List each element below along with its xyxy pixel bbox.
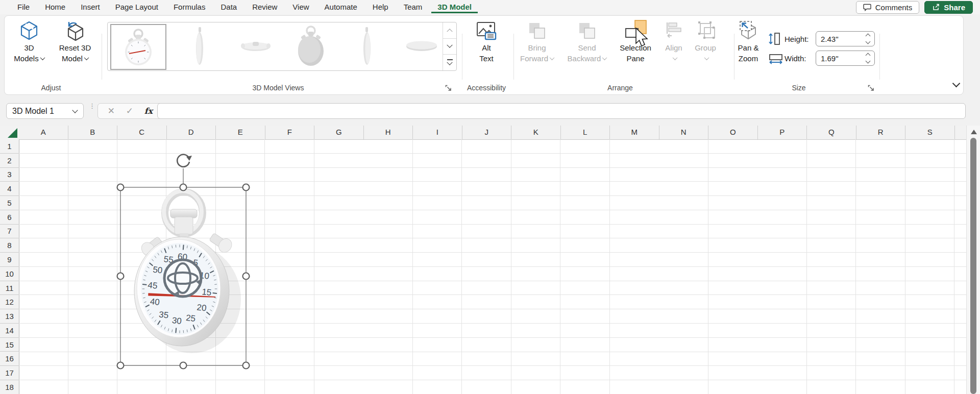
row-header[interactable]: 9 <box>0 253 19 267</box>
svg-text:20: 20 <box>197 303 207 313</box>
column-header[interactable]: B <box>68 126 118 139</box>
svg-text:40: 40 <box>150 297 160 307</box>
views-group-label: 3D Model Views <box>235 84 322 92</box>
views-dialog-launcher[interactable] <box>445 84 452 91</box>
column-header[interactable]: Q <box>807 126 856 139</box>
row-header[interactable]: 17 <box>0 366 19 380</box>
column-header-partial[interactable] <box>955 126 966 139</box>
column-header[interactable]: D <box>167 126 216 139</box>
formula-bar-strip: 3D Model 1 ⋮ ✕ ✓ fx <box>0 97 980 126</box>
row-header[interactable]: 3 <box>0 168 19 182</box>
chevron-down-icon[interactable] <box>72 107 78 113</box>
cancel-button[interactable]: ✕ <box>108 106 115 116</box>
gallery-scroll-down-button[interactable] <box>443 39 456 55</box>
ribbon-tab[interactable]: Review <box>246 1 283 13</box>
column-header[interactable]: A <box>19 126 68 139</box>
column-header[interactable]: K <box>511 126 561 139</box>
column-header[interactable]: R <box>856 126 906 139</box>
column-header[interactable]: H <box>364 126 413 139</box>
ribbon-tab[interactable]: Automate <box>318 1 363 13</box>
column-header[interactable]: J <box>462 126 512 139</box>
row-header[interactable]: 16 <box>0 352 19 366</box>
ribbon-tab[interactable]: Data <box>214 1 243 13</box>
column-header[interactable]: S <box>905 126 955 139</box>
gallery-thumb-back[interactable] <box>290 22 331 69</box>
row-header[interactable]: 5 <box>0 196 19 210</box>
spinner-up-icon[interactable] <box>866 34 871 39</box>
row-header[interactable]: 2 <box>0 154 19 168</box>
row-header[interactable]: 4 <box>0 182 19 196</box>
svg-text:25: 25 <box>185 313 196 324</box>
ribbon-tab[interactable]: 3D Model <box>431 1 478 13</box>
gallery-thumb-flat-edge[interactable] <box>401 22 442 69</box>
stopwatch-front-thumb-icon <box>122 27 155 67</box>
scroll-up-arrow-icon[interactable] <box>971 130 977 134</box>
column-header[interactable]: N <box>659 126 709 139</box>
share-button[interactable]: Share <box>924 1 973 14</box>
share-icon <box>932 3 940 11</box>
name-box[interactable]: 3D Model 1 <box>6 103 84 119</box>
align-button: Align <box>659 19 688 63</box>
column-header[interactable]: G <box>314 126 364 139</box>
ribbon-tab[interactable]: Home <box>39 1 71 13</box>
bring-forward-icon <box>527 19 547 42</box>
pan-zoom-button[interactable]: Pan & Zoom <box>727 19 770 63</box>
drag-handle-dots[interactable]: ⋮ <box>89 104 95 108</box>
selection-pane-icon <box>624 19 647 42</box>
column-header[interactable]: P <box>758 126 807 139</box>
row-header[interactable]: 14 <box>0 324 19 338</box>
ribbon-tabs: FileHomeInsertPage LayoutFormulasDataRev… <box>0 1 478 13</box>
gallery-scroll-up-button[interactable] <box>443 22 456 39</box>
alt-text-button[interactable]: Alt Text <box>463 19 509 63</box>
select-all-button[interactable] <box>0 126 19 140</box>
ribbon-tab[interactable]: Formulas <box>167 1 212 13</box>
row-header[interactable]: 13 <box>0 309 19 324</box>
ribbon-tab[interactable]: File <box>11 1 36 13</box>
row-header[interactable]: 1 <box>0 139 19 154</box>
width-input[interactable]: 1.69" <box>816 51 875 66</box>
size-dialog-launcher[interactable] <box>868 84 875 91</box>
3d-models-button[interactable]: 3D Models <box>6 19 52 63</box>
column-header[interactable]: C <box>117 126 167 139</box>
column-header[interactable]: O <box>708 126 758 139</box>
column-header[interactable]: I <box>413 126 462 139</box>
insert-function-button[interactable]: fx <box>144 106 153 116</box>
row-header[interactable]: 18 <box>0 380 19 394</box>
row-header[interactable]: 15 <box>0 338 19 352</box>
row-header[interactable]: 6 <box>0 210 19 225</box>
gallery-thumb-side-left[interactable] <box>180 22 220 69</box>
row-header[interactable]: 11 <box>0 281 19 296</box>
pan-zoom-icon <box>737 19 760 42</box>
comments-button[interactable]: Comments <box>856 1 920 14</box>
column-header[interactable]: M <box>610 126 659 139</box>
ribbon-tab[interactable]: Help <box>366 1 395 13</box>
gallery-thumb-side-right[interactable] <box>346 22 387 69</box>
spinner-down-icon[interactable] <box>866 39 871 44</box>
ribbon-tab[interactable]: Team <box>398 1 429 13</box>
formula-input[interactable] <box>157 103 966 119</box>
stopwatch-3d-model[interactable]: 51015202530354045505560 <box>116 150 255 380</box>
height-input[interactable]: 2.43" <box>816 31 875 46</box>
gallery-thumb-front[interactable] <box>110 24 166 70</box>
gallery-thumb-top-edge[interactable] <box>235 22 276 69</box>
spinner-down-icon[interactable] <box>866 59 871 64</box>
row-header[interactable]: 8 <box>0 238 19 253</box>
row-header[interactable]: 12 <box>0 295 19 309</box>
selection-pane-button[interactable]: Selection Pane <box>614 19 657 63</box>
reset-3d-model-button[interactable]: Reset 3D Model <box>52 19 98 63</box>
group-button: Group <box>690 19 721 63</box>
ribbon-tab[interactable]: View <box>286 1 315 13</box>
scrollbar-thumb[interactable] <box>970 138 976 394</box>
ribbon-tab[interactable]: Page Layout <box>109 1 164 13</box>
row-header[interactable]: 10 <box>0 267 19 281</box>
enter-button[interactable]: ✓ <box>126 106 133 116</box>
svg-text:50: 50 <box>153 265 163 276</box>
gallery-more-button[interactable] <box>443 55 456 70</box>
row-header[interactable]: 7 <box>0 225 19 239</box>
vertical-scrollbar[interactable] <box>966 126 980 394</box>
spinner-up-icon[interactable] <box>866 53 871 58</box>
ribbon-tab[interactable]: Insert <box>75 1 106 13</box>
column-header[interactable]: E <box>216 126 265 139</box>
column-header[interactable]: F <box>265 126 315 139</box>
column-header[interactable]: L <box>561 126 610 139</box>
